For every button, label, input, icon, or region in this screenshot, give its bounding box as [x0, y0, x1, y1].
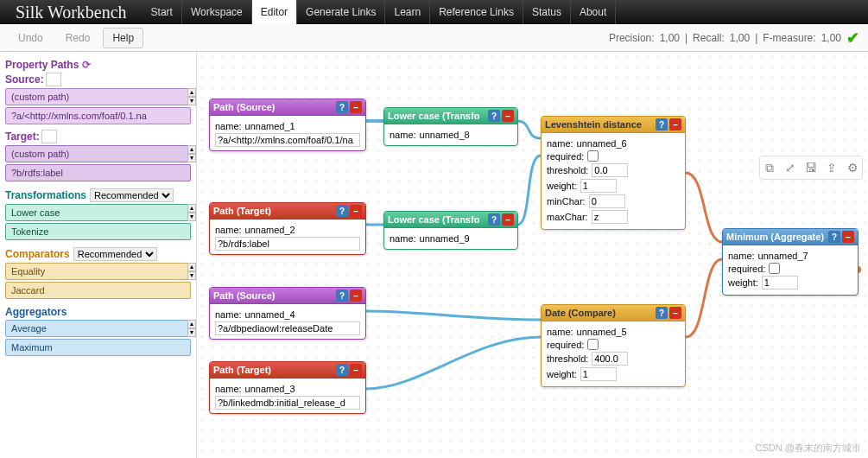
redo-button[interactable]: Redo: [56, 28, 100, 48]
tab-reference-links[interactable]: Reference Links: [430, 0, 523, 24]
help-icon[interactable]: ?: [488, 213, 500, 226]
nav-tabs: StartWorkspaceEditorGenerate LinksLearnR…: [143, 0, 617, 24]
close-icon[interactable]: –: [669, 118, 681, 130]
precision-value: 1,00: [660, 32, 680, 44]
target-filter-input[interactable]: [41, 130, 57, 143]
path-input[interactable]: [215, 237, 360, 251]
watermark: CSDN @春末的南方城市: [756, 442, 861, 455]
help-button[interactable]: Help: [103, 28, 143, 48]
scroll-up-icon[interactable]: ▴: [187, 145, 196, 154]
check-icon: ✔: [846, 29, 859, 48]
node-minimum-aggregate[interactable]: Minimum (Aggregate)?– name:unnamed_7 req…: [722, 228, 858, 296]
minchar-input[interactable]: [589, 194, 625, 208]
required-checkbox[interactable]: [587, 150, 599, 162]
copy-icon[interactable]: ⧉: [762, 160, 777, 175]
help-icon[interactable]: ?: [336, 205, 348, 217]
transformation-item[interactable]: Lower case: [5, 204, 191, 221]
tab-generate-links[interactable]: Generate Links: [297, 0, 385, 24]
target-path-item[interactable]: (custom path): [5, 145, 191, 162]
save-icon[interactable]: 🖫: [803, 160, 819, 175]
scroll-down-icon[interactable]: ▾: [187, 213, 196, 221]
fmeasure-label: F-measure:: [763, 32, 815, 44]
weight-input[interactable]: [580, 179, 617, 193]
transformations-mode-select[interactable]: Recommended: [90, 188, 174, 202]
property-paths-heading: Property Paths ⟳: [5, 59, 191, 71]
node-lowercase-2[interactable]: Lower case (Transfo?– name:unnamed_9: [383, 211, 518, 250]
app-header: Silk Workbench StartWorkspaceEditorGener…: [0, 0, 868, 24]
source-filter-input[interactable]: [46, 73, 61, 86]
close-icon[interactable]: –: [350, 101, 362, 113]
weight-input[interactable]: [580, 367, 617, 381]
comparator-item[interactable]: Equality: [5, 263, 191, 280]
tab-editor[interactable]: Editor: [252, 0, 297, 24]
node-path-source-1[interactable]: Path (Source)?– name:unnamed_1: [209, 99, 366, 151]
scroll-up-icon[interactable]: ▴: [187, 204, 196, 213]
aggregator-item[interactable]: Average: [5, 320, 191, 337]
help-icon[interactable]: ?: [336, 101, 348, 113]
target-path-item[interactable]: ?b/rdfs:label: [5, 164, 191, 181]
close-icon[interactable]: –: [502, 110, 514, 122]
help-icon[interactable]: ?: [336, 364, 348, 376]
tab-start[interactable]: Start: [143, 0, 182, 24]
scroll-down-icon[interactable]: ▾: [187, 328, 196, 337]
refresh-icon[interactable]: ⟳: [82, 59, 91, 71]
help-icon[interactable]: ?: [488, 110, 500, 122]
path-input[interactable]: [215, 133, 360, 147]
expand-icon[interactable]: ⤢: [782, 160, 798, 175]
path-input[interactable]: [215, 396, 360, 410]
scroll-down-icon[interactable]: ▾: [187, 154, 196, 162]
required-checkbox[interactable]: [587, 339, 599, 350]
scroll-down-icon[interactable]: ▾: [187, 97, 196, 105]
help-icon[interactable]: ?: [656, 118, 668, 130]
threshold-input[interactable]: [592, 163, 628, 177]
sidebar: Property Paths ⟳ Source: (custom path)?a…: [0, 52, 197, 458]
node-levenshtein[interactable]: Levenshtein distance?– name:unnamed_6 re…: [541, 116, 686, 230]
tab-learn[interactable]: Learn: [385, 0, 430, 24]
recall-value: 1,00: [730, 32, 750, 44]
scroll-up-icon[interactable]: ▴: [187, 88, 196, 97]
tab-workspace[interactable]: Workspace: [182, 0, 252, 24]
close-icon[interactable]: –: [350, 205, 362, 217]
weight-input[interactable]: [762, 276, 798, 289]
close-icon[interactable]: –: [669, 307, 681, 319]
help-icon[interactable]: ?: [336, 289, 348, 302]
scroll-up-icon[interactable]: ▴: [187, 320, 196, 328]
transformations-heading: Transformations Recommended: [5, 188, 191, 202]
tab-about[interactable]: About: [571, 0, 616, 24]
node-lowercase-1[interactable]: Lower case (Transfo?– name:unnamed_8: [383, 107, 518, 146]
target-label: Target:: [5, 130, 40, 143]
toolbar: Undo Redo Help Precision: 1,00 | Recall:…: [0, 24, 868, 52]
aggregators-heading: Aggregators: [5, 306, 191, 318]
path-input[interactable]: [215, 321, 360, 335]
close-icon[interactable]: –: [502, 213, 514, 226]
metrics-bar: Precision: 1,00 | Recall: 1,00 | F-measu…: [609, 29, 859, 48]
precision-label: Precision:: [609, 32, 655, 44]
maxchar-input[interactable]: [592, 210, 628, 224]
scroll-down-icon[interactable]: ▾: [187, 271, 196, 280]
source-path-item[interactable]: ?a/<http://xmlns.com/foaf/0.1.na: [5, 107, 191, 124]
scroll-up-icon[interactable]: ▴: [187, 263, 196, 271]
export-icon[interactable]: ⇪: [824, 160, 839, 175]
node-date-compare[interactable]: Date (Compare)?– name:unnamed_5 required…: [541, 304, 686, 387]
editor-canvas[interactable]: Path (Source)?– name:unnamed_1 Path (Tar…: [197, 52, 868, 458]
node-path-target-2[interactable]: Path (Target)?– name:unnamed_3: [209, 361, 366, 414]
transformation-item[interactable]: Tokenize: [5, 223, 191, 240]
app-logo: Silk Workbench: [0, 3, 143, 22]
node-path-target-1[interactable]: Path (Target)?– name:unnamed_2: [209, 202, 366, 255]
close-icon[interactable]: –: [350, 364, 362, 376]
undo-button[interactable]: Undo: [9, 28, 53, 48]
aggregator-item[interactable]: Maximum: [5, 339, 191, 356]
node-path-source-2[interactable]: Path (Source)?– name:unnamed_4: [209, 287, 366, 340]
comparator-item[interactable]: Jaccard: [5, 282, 191, 299]
tab-status[interactable]: Status: [523, 0, 571, 24]
settings-icon[interactable]: ⚙: [845, 160, 860, 175]
source-path-item[interactable]: (custom path): [5, 88, 191, 105]
close-icon[interactable]: –: [842, 231, 854, 243]
help-icon[interactable]: ?: [828, 231, 840, 243]
required-checkbox[interactable]: [769, 263, 780, 274]
comparators-mode-select[interactable]: Recommended: [73, 247, 157, 261]
threshold-input[interactable]: [592, 352, 628, 366]
comparators-heading: Comparators Recommended: [5, 247, 191, 261]
help-icon[interactable]: ?: [656, 307, 668, 319]
close-icon[interactable]: –: [350, 289, 362, 302]
